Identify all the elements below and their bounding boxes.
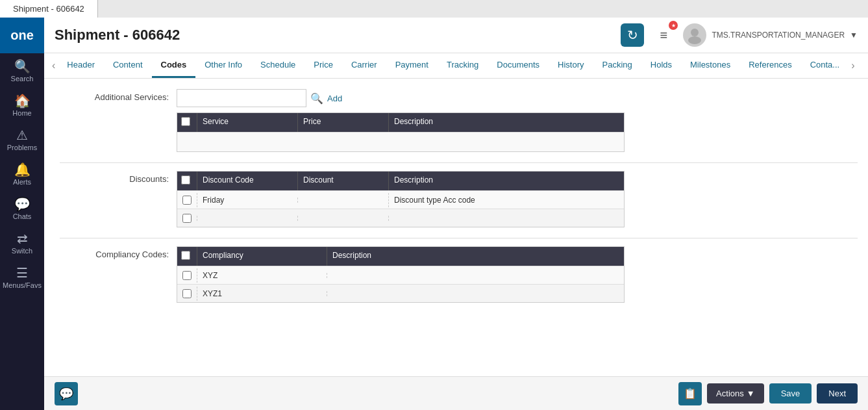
chat-icon: 💬 [14, 198, 31, 211]
services-select-all-checkbox[interactable] [181, 117, 190, 126]
compliancy-codes-label: Compliancy Codes: [60, 246, 177, 259]
additional-services-add-link[interactable]: Add [327, 94, 342, 103]
actions-button[interactable]: Actions ▼ [707, 383, 764, 404]
additional-services-row: Additional Services: 🔍 Add [60, 89, 858, 107]
sidebar: one 🔍 Search 🏠 Home ⚠ Problems 🔔 Alerts … [0, 18, 44, 410]
compliancy-grid-wrap: Compliancy Description XYZ [177, 246, 625, 303]
separator-2 [60, 238, 858, 238]
sidebar-item-switch[interactable]: ⇄ Switch [0, 225, 44, 260]
compliancy-row-1-description [327, 273, 624, 278]
browser-tab-shipment[interactable]: Shipment - 606642 [0, 0, 98, 18]
sidebar-item-menus[interactable]: ☰ Menus/Favs [0, 260, 44, 294]
tab-content[interactable]: Content [104, 53, 152, 78]
tab-history[interactable]: History [549, 53, 593, 78]
compliancy-row-2-check [177, 287, 197, 301]
sidebar-item-problems[interactable]: ⚠ Problems [0, 122, 44, 157]
compliancy-col-description: Description [327, 247, 624, 266]
additional-services-label: Additional Services: [60, 89, 177, 102]
avatar [683, 23, 706, 47]
compliancy-grid: Compliancy Description XYZ [177, 246, 625, 303]
tab-contacts[interactable]: Conta... [801, 53, 849, 78]
compliancy-codes-row: Compliancy Codes: Compliancy Description [60, 246, 858, 303]
discount-row-2-check [177, 211, 197, 225]
discount-row-2-checkbox[interactable] [182, 214, 192, 223]
compliancy-row-1: XYZ [177, 266, 624, 284]
sidebar-item-alerts[interactable]: 🔔 Alerts [0, 157, 44, 191]
tab-scroll-left[interactable]: ‹ [49, 60, 58, 71]
additional-services-input-wrap: 🔍 Add [177, 89, 342, 107]
content-area: Additional Services: 🔍 Add [44, 79, 868, 376]
sidebar-item-label-chats: Chats [13, 212, 32, 220]
tab-schedule[interactable]: Schedule [251, 53, 304, 78]
additional-services-search-button[interactable]: 🔍 [310, 92, 323, 105]
tab-holds[interactable]: Holds [641, 53, 681, 78]
tab-milestones[interactable]: Milestones [681, 53, 739, 78]
additional-services-grid-body [177, 132, 624, 151]
discounts-select-all-checkbox[interactable] [181, 175, 190, 185]
notification-badge: ★ [669, 21, 678, 30]
refresh-button[interactable]: ↻ [621, 23, 644, 47]
warning-icon: ⚠ [16, 129, 28, 142]
chat-bubble-icon: 💬 [59, 387, 73, 401]
discounts-col-description: Description [388, 172, 624, 190]
compliancy-col-compliancy: Compliancy [197, 247, 327, 266]
sidebar-item-label-alerts: Alerts [13, 178, 31, 186]
tab-header[interactable]: Header [58, 53, 104, 78]
discount-row-2-code [197, 216, 297, 221]
chat-button[interactable]: 💬 [55, 382, 78, 405]
bottom-left: 💬 [55, 382, 78, 405]
discount-row-1-check [177, 193, 197, 207]
compliancy-row-1-compliancy: XYZ [197, 268, 327, 283]
discounts-col-discount: Discount [297, 172, 388, 190]
discount-row-2-description [388, 216, 624, 221]
search-icon: 🔍 [14, 60, 31, 73]
compliancy-row-1-checkbox[interactable] [182, 271, 192, 280]
compliancy-select-all-checkbox[interactable] [181, 251, 190, 260]
discounts-grid: Discount Code Discount Description [177, 171, 625, 227]
sidebar-item-home[interactable]: 🏠 Home [0, 88, 44, 122]
sidebar-item-search[interactable]: 🔍 Search [0, 53, 44, 88]
discount-row-2 [177, 209, 624, 227]
app-logo[interactable]: one [0, 18, 44, 53]
separator-1 [60, 162, 858, 163]
tab-documents[interactable]: Documents [488, 53, 549, 78]
services-empty-row [177, 132, 624, 151]
actions-chevron-down-icon: ▼ [747, 389, 755, 398]
copy-button[interactable]: 📋 [678, 382, 702, 405]
compliancy-codes-section: Compliancy Codes: Compliancy Description [60, 246, 858, 303]
sidebar-item-label-switch: Switch [12, 247, 32, 255]
services-col-price: Price [297, 113, 388, 132]
compliancy-grid-header: Compliancy Description [177, 247, 624, 266]
user-name-label: TMS.TRANSPORTATION_MANAGER [712, 31, 845, 40]
tab-carrier[interactable]: Carrier [342, 53, 386, 78]
additional-services-section: Additional Services: 🔍 Add [60, 89, 858, 152]
additional-services-input[interactable] [177, 89, 306, 107]
additional-services-grid: Service Price Description [177, 112, 625, 152]
tab-tracking[interactable]: Tracking [438, 53, 488, 78]
compliancy-row-2-checkbox[interactable] [182, 289, 192, 298]
sidebar-item-chats[interactable]: 💬 Chats [0, 191, 44, 225]
discounts-grid-header: Discount Code Discount Description [177, 172, 624, 190]
home-icon: 🏠 [14, 94, 31, 107]
tab-other-info[interactable]: Other Info [195, 53, 251, 78]
services-col-service: Service [197, 113, 297, 132]
svg-point-0 [691, 29, 699, 36]
discounts-grid-body: Friday Discount type Acc code [177, 190, 624, 227]
menu-button[interactable]: ≡ ★ [652, 23, 675, 47]
tab-packing[interactable]: Packing [593, 53, 641, 78]
user-area[interactable]: TMS.TRANSPORTATION_MANAGER ▼ [683, 23, 858, 47]
sidebar-item-label-menus: Menus/Favs [3, 281, 42, 289]
actions-label: Actions [716, 389, 744, 398]
services-header-check [177, 113, 197, 132]
tab-price[interactable]: Price [304, 53, 342, 78]
tab-scroll-right[interactable]: › [849, 60, 857, 71]
discount-row-1-checkbox[interactable] [182, 196, 192, 205]
tab-references[interactable]: References [739, 53, 800, 78]
save-button[interactable]: Save [769, 383, 812, 404]
top-bar: Shipment - 606642 ↻ ≡ ★ TMS.TRANSPORTATI… [44, 18, 868, 53]
tab-codes[interactable]: Codes [152, 53, 196, 78]
next-button[interactable]: Next [817, 383, 858, 404]
compliancy-header-check [177, 247, 197, 266]
discount-row-2-discount [297, 216, 388, 221]
tab-payment[interactable]: Payment [386, 53, 438, 78]
